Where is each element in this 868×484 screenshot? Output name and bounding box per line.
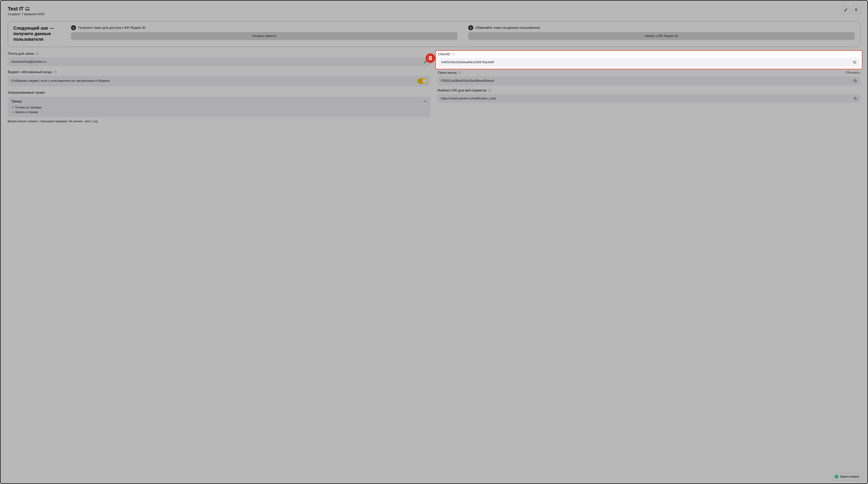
device-icon (25, 7, 29, 10)
page-title: Test IT (8, 6, 24, 12)
copy-secret-button[interactable] (854, 79, 857, 83)
clientid-label: ClientID (438, 52, 451, 56)
copy-redirect-button[interactable] (854, 97, 857, 100)
clientid-value: b46f3140c02d4dea69e1536976dc4d0f (441, 61, 853, 64)
step-2-badge: 2 (71, 25, 76, 30)
copy-icon (854, 97, 857, 100)
email-value: claricestarling@yandex.ru (11, 60, 424, 64)
help-icon[interactable]: ? (452, 53, 455, 56)
edit-button[interactable] (841, 6, 850, 14)
chevron-up-icon (424, 100, 427, 102)
widget-text: Отображать виджет, если у пользователя н… (11, 79, 414, 83)
email-field: claricestarling@yandex.ru (8, 58, 430, 66)
secret-label: Client secret (438, 71, 457, 75)
clientid-field: b46f3140c02d4dea69e1536976dc4d0f (438, 58, 860, 67)
permissions-card: Трекер Чтение из трекера Запись в трекер (8, 97, 430, 117)
ask-question-button[interactable]: Задать вопрос (833, 473, 862, 480)
step-3-badge: 3 (468, 25, 473, 30)
email-label: Почта для связи (8, 52, 34, 56)
clientid-highlight: 8 ClientID ? b46f3140c02d4dea69e1536976d… (435, 50, 862, 69)
svg-rect-0 (26, 7, 29, 9)
perm-item: Чтение из трекера (12, 105, 427, 110)
pencil-icon (844, 8, 847, 12)
widget-label: Виджет «Мгновенный вход» (8, 70, 53, 74)
perm-item: Запись в трекер (12, 110, 427, 115)
play-icon (835, 475, 838, 479)
next-step-banner: Следующий шаг — получите данные пользова… (8, 21, 860, 47)
refresh-secret-link[interactable]: Обновить (845, 71, 860, 74)
perm-group-name: Трекер (11, 100, 22, 103)
step-2-label: Получите токен для доступа к API Яндекс … (78, 26, 146, 30)
svg-rect-3 (855, 80, 857, 82)
svg-rect-4 (855, 98, 857, 100)
widget-row: Отображать виджет, если у пользователя н… (8, 76, 430, 86)
trash-icon (854, 8, 858, 12)
token-ttl-note: Время жизни токена с текущими правами: Н… (8, 120, 430, 123)
created-line: Создано: 7 февраля 2025 (8, 12, 44, 16)
redirect-label: Redirect URI для веб-сервисов (438, 88, 487, 92)
svg-rect-1 (25, 10, 29, 10)
widget-toggle[interactable] (417, 78, 427, 84)
help-icon[interactable]: ? (458, 71, 461, 74)
copy-icon (853, 61, 857, 64)
permissions-label: Запрашиваемые права (8, 91, 430, 95)
banner-title: Следующий шаг — получите данные пользова… (13, 25, 66, 42)
perm-group-toggle[interactable]: Трекер (11, 100, 427, 103)
copy-icon (854, 79, 857, 83)
api-request-button[interactable]: Запрос к API Яндекс ID (468, 32, 855, 40)
help-icon[interactable]: ? (35, 52, 38, 55)
svg-rect-2 (854, 62, 856, 63)
secret-value: f755021a188a453cb35dc88eed584ee4 (441, 79, 854, 83)
delete-button[interactable] (852, 6, 860, 14)
secret-field: f755021a188a453cb35dc88eed584ee4 (438, 76, 860, 85)
redirect-value: https://oauth.yandex.ru/verification_cod… (441, 97, 854, 100)
ask-button-label: Задать вопрос (840, 475, 859, 478)
copy-clientid-button[interactable] (853, 61, 857, 64)
redirect-field: https://oauth.yandex.ru/verification_cod… (438, 94, 860, 103)
ready-scripts-button[interactable]: Готовые скрипты (71, 32, 458, 40)
step-3-label: Обменяйте токен на данные пользователя (475, 26, 540, 30)
help-icon[interactable]: ? (488, 89, 491, 92)
callout-badge-8: 8 (426, 53, 435, 63)
help-icon[interactable]: ? (54, 70, 57, 73)
